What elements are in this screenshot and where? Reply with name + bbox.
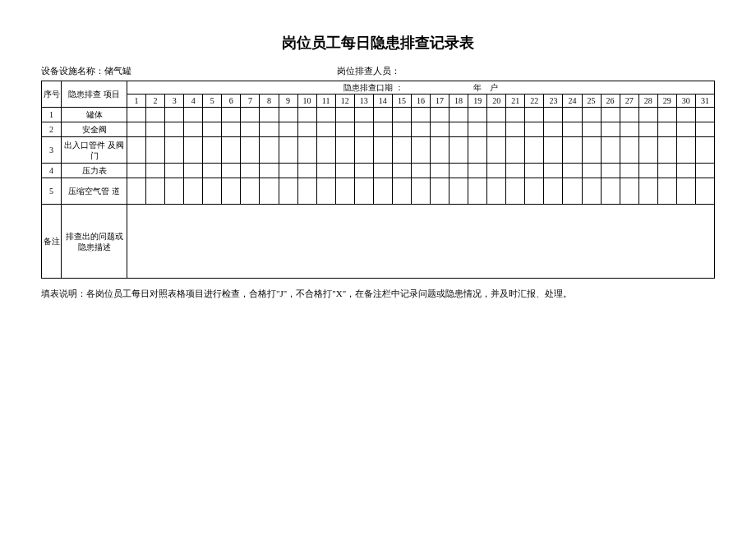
item-cell: 出入口管件 及阀门 bbox=[62, 137, 127, 164]
remark-content bbox=[127, 205, 715, 279]
day-header: 1 bbox=[127, 95, 146, 108]
table-row: 1 罐体 bbox=[42, 108, 715, 122]
day-header: 2 bbox=[146, 95, 165, 108]
day-header: 28 bbox=[638, 95, 657, 108]
seq-cell: 3 bbox=[42, 137, 62, 164]
header-item: 隐患排查 项目 bbox=[62, 81, 127, 108]
day-header: 30 bbox=[676, 95, 695, 108]
day-header: 15 bbox=[392, 95, 411, 108]
day-header: 8 bbox=[260, 95, 279, 108]
day-header: 21 bbox=[506, 95, 525, 108]
header-row-days: 1 2 3 4 5 6 7 8 9 10 11 12 13 14 15 16 1… bbox=[42, 95, 715, 108]
day-header: 3 bbox=[165, 95, 184, 108]
remark-row: 备注 排查出的问题或隐患描述 bbox=[42, 205, 715, 279]
fill-notes: 填表说明：各岗位员工每日对照表格项目进行检查，合格打"J"，不合格打"X"，在备… bbox=[41, 287, 715, 301]
table-row: 4 压力表 bbox=[42, 164, 715, 178]
day-header: 12 bbox=[335, 95, 354, 108]
header-row-1: 序号 隐患排查 项目 隐患排查口期 ： 年 户 bbox=[42, 81, 715, 95]
seq-cell: 5 bbox=[42, 178, 62, 205]
day-header: 29 bbox=[657, 95, 676, 108]
remark-item: 排查出的问题或隐患描述 bbox=[62, 205, 127, 279]
day-header: 25 bbox=[582, 95, 601, 108]
item-cell: 压力表 bbox=[62, 164, 127, 178]
day-header: 20 bbox=[487, 95, 506, 108]
day-header: 17 bbox=[431, 95, 449, 108]
day-header: 19 bbox=[468, 95, 487, 108]
day-header: 10 bbox=[297, 95, 316, 108]
equipment-name: 设备设施名称：储气罐 bbox=[41, 65, 337, 77]
item-cell: 罐体 bbox=[62, 108, 127, 122]
day-header: 26 bbox=[601, 95, 620, 108]
day-header: 31 bbox=[695, 95, 714, 108]
remark-seq: 备注 bbox=[42, 205, 62, 279]
day-header: 18 bbox=[449, 95, 468, 108]
header-date: 隐患排查口期 ： 年 户 bbox=[127, 81, 715, 95]
date-label: 隐患排查口期 ： bbox=[343, 83, 403, 92]
table-row: 5 压缩空气管 道 bbox=[42, 178, 715, 205]
day-header: 7 bbox=[241, 95, 260, 108]
table-row: 2 安全阀 bbox=[42, 122, 715, 137]
inspector-name: 岗位排查人员： bbox=[337, 65, 715, 77]
page-title: 岗位员工每日隐患排查记录表 bbox=[41, 33, 715, 53]
table-row: 3 出入口管件 及阀门 bbox=[42, 137, 715, 164]
inspection-table: 序号 隐患排查 项目 隐患排查口期 ： 年 户 1 2 3 4 5 6 7 8 bbox=[41, 81, 715, 279]
day-header: 14 bbox=[373, 95, 392, 108]
item-cell: 安全阀 bbox=[62, 122, 127, 137]
seq-cell: 4 bbox=[42, 164, 62, 178]
day-header: 11 bbox=[316, 95, 335, 108]
day-header: 13 bbox=[354, 95, 373, 108]
header-seq: 序号 bbox=[42, 81, 62, 108]
info-row: 设备设施名称：储气罐 岗位排查人员： bbox=[41, 65, 715, 77]
day-header: 16 bbox=[411, 95, 430, 108]
month-label: 户 bbox=[490, 83, 498, 92]
day-header: 9 bbox=[279, 95, 297, 108]
day-header: 27 bbox=[620, 95, 638, 108]
year-label: 年 bbox=[473, 83, 482, 92]
day-header: 6 bbox=[222, 95, 241, 108]
day-header: 22 bbox=[525, 95, 544, 108]
day-header: 4 bbox=[184, 95, 203, 108]
item-cell: 压缩空气管 道 bbox=[62, 178, 127, 205]
seq-cell: 2 bbox=[42, 122, 62, 137]
day-header: 24 bbox=[563, 95, 582, 108]
day-header: 23 bbox=[544, 95, 563, 108]
day-header: 5 bbox=[203, 95, 222, 108]
seq-cell: 1 bbox=[42, 108, 62, 122]
